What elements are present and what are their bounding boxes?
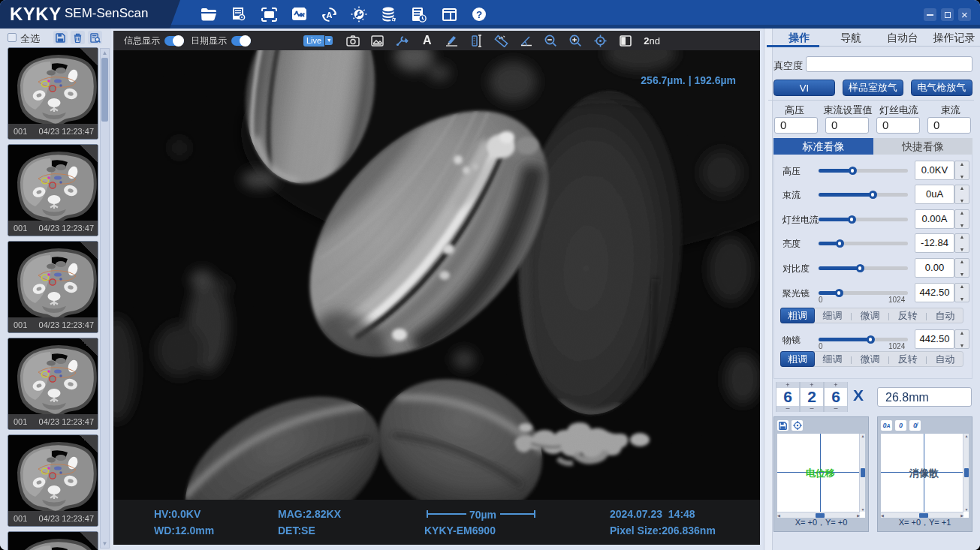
svg-text:A: A	[326, 10, 332, 19]
svg-text:?: ?	[476, 9, 482, 20]
svg-text:70µm: 70µm	[469, 509, 496, 521]
